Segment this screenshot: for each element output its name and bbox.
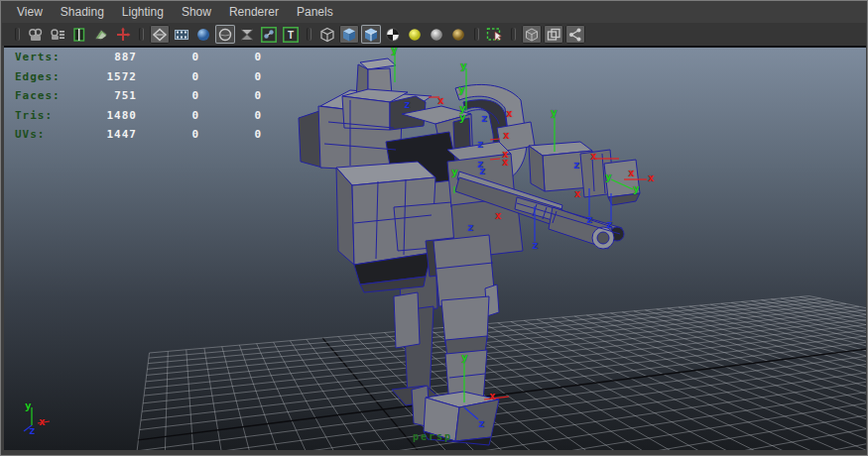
xray-joints-icon[interactable]: [259, 25, 279, 44]
menu-item-renderer[interactable]: Renderer: [220, 2, 288, 23]
hud-row-label: Faces:: [15, 89, 61, 102]
axis-label-x: x: [590, 152, 597, 162]
menu-item-lighting[interactable]: Lighting: [113, 2, 173, 23]
axis-label-y: y: [460, 61, 467, 71]
hud-row-value: 751: [67, 89, 137, 102]
xray-icon[interactable]: [237, 25, 257, 44]
perspective-viewport[interactable]: Verts:88700Edges:157200Faces:75100Tris:1…: [4, 46, 866, 450]
toolbar-separator: [139, 28, 144, 41]
axis-label-z: z: [479, 167, 486, 176]
axis-label-z: z: [586, 215, 593, 225]
axis-label-y: y: [25, 401, 32, 411]
hud-row-value: 0: [205, 51, 262, 63]
hud-row-value: 1572: [67, 70, 137, 83]
camera-attributes-icon[interactable]: [48, 25, 67, 44]
shaded-cube-icon[interactable]: [339, 25, 359, 44]
axis-label-z: z: [478, 419, 485, 429]
hud-row-value: 0: [205, 89, 262, 102]
wireframe-on-shaded-icon[interactable]: [215, 25, 235, 44]
axis-label-z: z: [606, 220, 613, 230]
axis-label-y: y: [633, 184, 640, 194]
checker-sphere-icon[interactable]: [383, 25, 403, 44]
hud-row-value: 887: [67, 51, 137, 63]
panel-menubar: ViewShadingLightingShowRendererPanels: [2, 2, 866, 23]
hud-row-value: 0: [143, 109, 199, 122]
toolbar-separator: [15, 28, 20, 41]
light-yellow-icon[interactable]: [405, 25, 425, 44]
svg-text:T: T: [288, 30, 294, 41]
hud-row-value: 0: [143, 89, 199, 102]
axis-label-x: x: [503, 131, 510, 141]
mech-model[interactable]: [299, 58, 640, 445]
axis-label-z: z: [532, 241, 539, 251]
axis-label-z: z: [477, 140, 484, 150]
axis-label-y: y: [459, 113, 466, 123]
axis-label-x: x: [506, 109, 513, 119]
menu-item-view[interactable]: View: [8, 2, 52, 23]
toolbar-separator: [474, 28, 479, 41]
overlap-squares-icon[interactable]: [544, 25, 563, 44]
hud-row-value: 1447: [67, 128, 137, 141]
bookmark-icon[interactable]: [69, 25, 89, 44]
axis-label-y: y: [458, 85, 465, 95]
hud-row-value: 0: [143, 128, 199, 141]
shaded-icon[interactable]: [193, 25, 213, 44]
axis-label-x: x: [628, 169, 635, 178]
isolate-select-cube-icon[interactable]: [522, 25, 542, 44]
camera-name-label: persp: [413, 431, 452, 442]
axis-label-y: y: [605, 172, 612, 182]
axis-label-y: y: [391, 46, 398, 56]
textured-cube-icon[interactable]: [361, 25, 381, 44]
hud-row-value: 0: [205, 128, 262, 141]
axis-label-x: x: [437, 96, 444, 106]
toolbar-separator: [307, 28, 311, 41]
hud-row-value: 0: [205, 70, 262, 83]
maya-window: ViewShadingLightingShowRendererPanels T: [0, 0, 868, 456]
axis-label-x: x: [574, 189, 581, 199]
axis-label-x: x: [39, 417, 46, 427]
wireframe-icon[interactable]: [150, 25, 170, 44]
axis-label-z: z: [29, 426, 36, 436]
film-gate-icon[interactable]: [172, 25, 191, 44]
default-material-cube-icon[interactable]: [317, 25, 337, 44]
hud-row-label: Edges:: [15, 70, 61, 83]
share-node-icon[interactable]: [565, 25, 585, 44]
pan-zoom-icon[interactable]: [113, 25, 133, 44]
axis-label-x: x: [495, 211, 502, 221]
toolbar-separator: [511, 28, 516, 41]
light-gold-icon[interactable]: [448, 25, 468, 44]
hud-row-value: 1480: [67, 109, 137, 122]
axis-label-y: y: [461, 353, 468, 363]
axis-label-x: x: [648, 173, 655, 183]
axis-label-y: y: [451, 168, 458, 177]
light-gray-icon[interactable]: [427, 25, 446, 44]
menu-item-show[interactable]: Show: [173, 2, 220, 23]
menu-item-shading[interactable]: Shading: [52, 2, 113, 23]
hud-row-value: 0: [143, 51, 199, 63]
menu-item-panels[interactable]: Panels: [288, 2, 342, 23]
select-camera-icon[interactable]: [26, 25, 46, 44]
hud-row-value: 0: [143, 70, 199, 83]
hud-row-label: Tris:: [15, 109, 53, 122]
hud-row-value: 0: [205, 109, 262, 122]
hud-row-label: UVs:: [15, 128, 46, 141]
axis-label-x: x: [502, 158, 509, 168]
axis-label-z: z: [481, 114, 488, 124]
image-plane-icon[interactable]: [91, 25, 111, 44]
panel-toolbar: T: [2, 23, 866, 46]
axis-label-y: y: [551, 108, 558, 118]
selection-highlight-icon[interactable]: [485, 25, 505, 44]
textured-icon[interactable]: T: [281, 25, 301, 44]
axis-label-x: x: [489, 392, 496, 401]
hud-row-label: Verts:: [15, 51, 61, 63]
axis-label-z: z: [573, 161, 580, 171]
axis-label-z: z: [467, 223, 474, 233]
axis-label-z: z: [404, 100, 411, 110]
